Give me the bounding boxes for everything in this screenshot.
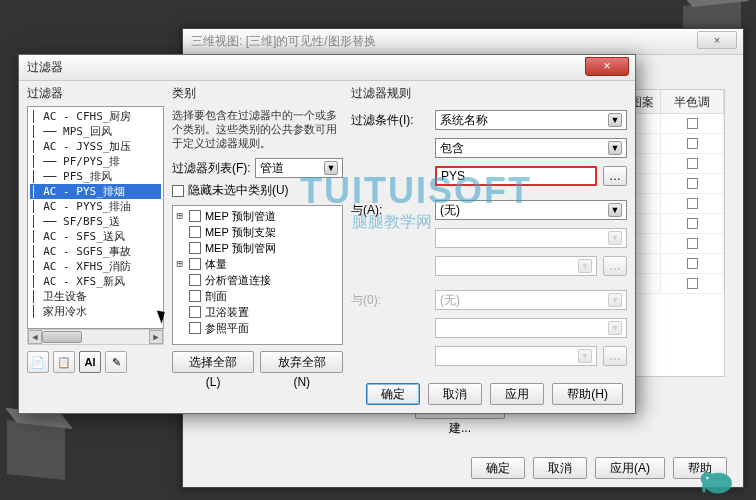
checkbox[interactable]	[687, 238, 698, 249]
filter-tree-item[interactable]: │ ── MPS_回风	[30, 124, 161, 139]
and-combo[interactable]: (无) ▼	[435, 200, 627, 220]
category-item[interactable]: 分析管道连接	[175, 272, 340, 288]
hide-unchecked-label: 隐藏未选中类别(U)	[188, 182, 289, 199]
dlg-close-button[interactable]: ×	[585, 57, 629, 76]
chevron-down-icon: ▼	[324, 161, 338, 175]
filter-tree-item[interactable]: │ AC - JYSS_加压	[30, 139, 161, 154]
decor-cube-bottom	[6, 419, 66, 481]
bg-close-button[interactable]: ×	[697, 31, 737, 49]
checkbox[interactable]	[687, 218, 698, 229]
filter-tree-item[interactable]: │ ── PFS_排风	[30, 169, 161, 184]
filters-left-panel: 过滤器 │ AC - CFHS_厨房│ ── MPS_回风│ AC - JYSS…	[27, 85, 164, 373]
and2-value-combo: ▼	[435, 346, 597, 366]
bg-apply-button[interactable]: 应用(A)	[595, 457, 665, 479]
and2-op-combo: ▼	[435, 318, 627, 338]
svg-point-3	[706, 477, 709, 480]
filters-list-label: 过滤器	[27, 85, 164, 102]
chevron-down-icon: ▼	[578, 259, 592, 273]
chevron-down-icon: ▼	[608, 113, 622, 127]
filter-tree-item[interactable]: │ 家用冷水	[30, 304, 161, 319]
dlg-apply-button[interactable]: 应用	[490, 383, 544, 405]
checkbox[interactable]	[687, 178, 698, 189]
filter-operator-combo[interactable]: 包含 ▼	[435, 138, 627, 158]
delete-filter-button[interactable]: ✎	[105, 351, 127, 373]
chevron-down-icon: ▼	[608, 141, 622, 155]
category-checkbox[interactable]	[189, 226, 201, 238]
filter-tree-item[interactable]: │ AC - PYS_排烟	[30, 184, 161, 199]
filter-tree-item[interactable]: │ AC - XFS_新风	[30, 274, 161, 289]
category-checkbox[interactable]	[189, 322, 201, 334]
tree-expand-icon[interactable]: ⊞	[175, 256, 185, 272]
category-label: 分析管道连接	[205, 272, 271, 288]
category-item[interactable]: 参照平面	[175, 320, 340, 336]
copy-filter-button[interactable]: 📋	[53, 351, 75, 373]
scroll-thumb[interactable]	[42, 331, 82, 343]
checkbox[interactable]	[687, 198, 698, 209]
checkbox[interactable]	[687, 258, 698, 269]
category-label: MEP 预制管网	[205, 240, 276, 256]
new-filter-button[interactable]: 📄	[27, 351, 49, 373]
checkbox[interactable]	[687, 138, 698, 149]
category-checkbox[interactable]	[189, 306, 201, 318]
filter-value-browse-button[interactable]: …	[603, 166, 627, 186]
checkbox[interactable]	[687, 278, 698, 289]
filterlist-combo[interactable]: 管道 ▼	[255, 158, 343, 178]
filter-tree-item[interactable]: │ AC - SGFS_事故	[30, 244, 161, 259]
category-label: MEP 预制支架	[205, 224, 276, 240]
filter-value-input[interactable]	[435, 166, 597, 186]
categories-list[interactable]: ⊞MEP 预制管道 MEP 预制支架 MEP 预制管网⊞体量 分析管道连接 剖面…	[172, 205, 343, 345]
dlg-ok-button[interactable]: 确定	[366, 383, 420, 405]
hide-unchecked-checkbox[interactable]	[172, 185, 184, 197]
dlg-help-button[interactable]: 帮助(H)	[552, 383, 623, 405]
dlg-title: 过滤器	[27, 59, 63, 76]
category-item[interactable]: MEP 预制管网	[175, 240, 340, 256]
dlg-cancel-button[interactable]: 取消	[428, 383, 482, 405]
rename-filter-button[interactable]: AI	[79, 351, 101, 373]
filter-tree-item[interactable]: │ ── PF/PYS_排	[30, 154, 161, 169]
filter-tree-item[interactable]: │ 卫生设备	[30, 289, 161, 304]
filter-tree-item[interactable]: │ AC - PYYS_排油	[30, 199, 161, 214]
deselect-all-button[interactable]: 放弃全部(N)	[260, 351, 343, 373]
category-checkbox[interactable]	[189, 258, 201, 270]
tree-h-scrollbar[interactable]: ◄ ►	[27, 329, 164, 345]
categories-hint: 选择要包含在过滤器中的一个或多个类别。这些类别的公共参数可用于定义过滤器规则。	[172, 108, 343, 150]
category-checkbox[interactable]	[189, 242, 201, 254]
filter-condition-combo[interactable]: 系统名称 ▼	[435, 110, 627, 130]
scroll-right-icon[interactable]: ►	[149, 330, 163, 344]
and-label: 与(A):	[351, 202, 429, 219]
bg-window-title: 三维视图: [三维]的可见性/图形替换	[191, 33, 376, 50]
category-checkbox[interactable]	[189, 290, 201, 302]
filters-tree[interactable]: │ AC - CFHS_厨房│ ── MPS_回风│ AC - JYSS_加压│…	[27, 106, 164, 329]
scroll-left-icon[interactable]: ◄	[28, 330, 42, 344]
category-checkbox[interactable]	[189, 210, 201, 222]
filter-tree-item[interactable]: │ ── SF/BFS_送	[30, 214, 161, 229]
filter-tree-item[interactable]: │ AC - SFS_送风	[30, 229, 161, 244]
bg-titlebar: 三维视图: [三维]的可见性/图形替换 ×	[183, 29, 743, 55]
bg-cancel-button[interactable]: 取消	[533, 457, 587, 479]
category-item[interactable]: MEP 预制支架	[175, 224, 340, 240]
filterlist-value: 管道	[260, 160, 284, 177]
checkbox[interactable]	[687, 158, 698, 169]
select-all-button[interactable]: 选择全部(L)	[172, 351, 255, 373]
filter-condition-label: 过滤条件(I):	[351, 112, 429, 129]
category-item[interactable]: 剖面	[175, 288, 340, 304]
category-item[interactable]: ⊞体量	[175, 256, 340, 272]
checkbox[interactable]	[687, 118, 698, 129]
category-checkbox[interactable]	[189, 274, 201, 286]
chevron-down-icon: ▼	[608, 231, 622, 245]
bg-button-row: 确定 取消 应用(A) 帮助	[471, 457, 727, 479]
category-label: 剖面	[205, 288, 227, 304]
dlg-titlebar[interactable]: 过滤器 ×	[19, 55, 635, 81]
category-item[interactable]: 卫浴装置	[175, 304, 340, 320]
category-label: 卫浴装置	[205, 304, 249, 320]
rules-panel: 过滤器规则 过滤条件(I): 系统名称 ▼ 包含 ▼ …	[351, 85, 627, 373]
category-label: 体量	[205, 256, 227, 272]
filter-condition-value: 系统名称	[440, 112, 488, 129]
category-item[interactable]: ⊞MEP 预制管道	[175, 208, 340, 224]
chevron-down-icon: ▼	[608, 293, 622, 307]
tree-expand-icon[interactable]: ⊞	[175, 208, 185, 224]
bg-ok-button[interactable]: 确定	[471, 457, 525, 479]
filter-tree-item[interactable]: │ AC - XFHS_消防	[30, 259, 161, 274]
filter-tree-item[interactable]: │ AC - CFHS_厨房	[30, 109, 161, 124]
and2-label: 与(0):	[351, 292, 429, 309]
